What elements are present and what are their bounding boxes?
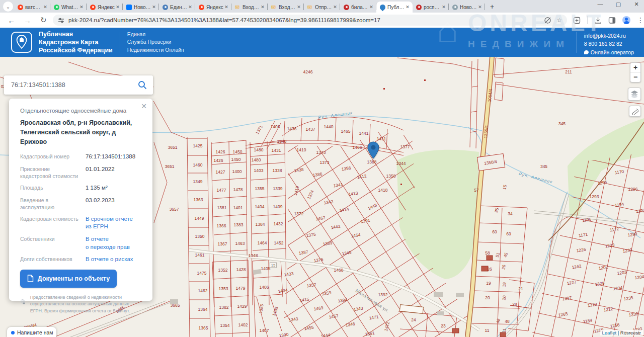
parcel-label[interactable]: 1382 [219,305,229,310]
parcel-label[interactable]: 1401 [233,205,243,210]
site-settings-icon[interactable] [58,17,64,24]
panel-close-icon[interactable]: ✕ [141,102,147,110]
bookmark-star-icon[interactable]: ☆ [556,17,562,24]
url-text[interactable]: pkk-2024.ru/?cadNumber=76%3A17%3A134501%… [68,17,544,23]
parcel-label[interactable]: 11 [501,328,507,333]
parcel-label[interactable]: 1390 [279,331,289,337]
tab-close-icon[interactable]: ✕ [42,5,48,10]
search-icon[interactable] [138,80,147,90]
parcel-label[interactable]: 1339 [273,186,283,191]
parcel-label[interactable]: 1364 [198,307,208,312]
parcel-label[interactable]: 21 [518,286,523,291]
parcel-label[interactable]: 1428 [236,267,246,272]
parcel-label[interactable]: 345 [540,164,547,169]
parcel-label[interactable]: 1381 [217,205,227,210]
parcel-label[interactable]: 1426 [216,149,225,154]
window-close-button[interactable]: ✕ [633,1,640,8]
browser-tab-11[interactable]: роспотре✕ [413,2,449,13]
parcel-label[interactable]: 1353 [219,286,228,291]
browser-tab-5[interactable]: Яндекс✕ [195,2,231,13]
parcel-label[interactable]: 1436 [287,126,297,131]
parcel-label[interactable]: 1367 [218,241,227,246]
parcel-label[interactable]: 48 [505,319,509,324]
browser-tab-6[interactable]: ✉Входящи✕ [231,2,268,13]
rosreestr-link[interactable]: Rosreestr [620,330,641,335]
parcel-label[interactable]: 1392 [378,292,388,297]
row-value-link[interactable]: В отчете о переходе прав [86,235,141,251]
parcel-label[interactable]: 1477 [217,188,226,193]
parcel-label[interactable]: 1355 [255,186,265,191]
parcel-label[interactable]: 1377 [400,144,410,149]
parcel-label[interactable]: 1425 [193,143,203,148]
parcel-label[interactable]: 1384 [256,222,265,227]
parcel-label[interactable]: 1478 [233,187,243,192]
forward-button[interactable]: → [23,16,32,25]
tab-close-icon[interactable]: ✕ [260,5,266,10]
parcel-label[interactable]: 1426 [214,158,223,163]
window-restore-button[interactable]: ▢ [615,1,622,8]
parcel-label[interactable]: 1463 [235,241,245,246]
parcel-label[interactable]: 1466 [353,145,362,150]
parcel-label[interactable]: 1450 [233,149,243,154]
parcel-label[interactable]: 26 [487,267,492,272]
parcel-label[interactable]: 1400 [232,169,242,174]
parcel-label[interactable]: 1437 [306,127,315,132]
parcel-label[interactable]: 1405 [261,266,271,271]
profile-avatar[interactable] [622,16,630,24]
parcel-label[interactable]: 1410 [297,147,306,152]
parcel-label[interactable]: 20 [501,295,507,300]
parcel-label[interactable]: 15 [502,184,507,190]
parcel-label[interactable]: 1432 [274,221,283,226]
parcel-label[interactable]: 1366 [217,223,226,228]
parcel-label[interactable]: 1365 [199,325,208,330]
parcel-label[interactable]: 1465 [341,129,351,134]
parcel-label[interactable]: 1479 [236,286,246,291]
vpn-disabled-icon[interactable] [544,17,551,24]
parcel-label[interactable]: 1464 [258,240,267,245]
parcel-label[interactable]: 345 [558,121,566,126]
parcel-label[interactable]: 19 [501,282,507,287]
parcel-label[interactable]: 1480 [254,147,264,152]
tab-close-icon[interactable]: ✕ [368,5,374,10]
parcel-label[interactable]: 1441 [359,131,369,136]
parcel-label[interactable]: 23 [441,323,445,328]
tab-close-icon[interactable]: ✕ [332,5,338,10]
tab-close-icon[interactable]: ✕ [296,5,302,10]
browser-tab-12[interactable]: Новости✕ [449,2,485,13]
parcel-label[interactable]: 1460 [193,162,203,167]
map-canvas[interactable]: 02/24246Руч. АлешникРуч. Алешник13711408… [0,57,644,337]
parcel-label[interactable]: 1363 [194,197,203,202]
parcel-label[interactable]: 1411 [377,136,386,141]
browser-tab-7[interactable]: ✉Входящи✕ [268,2,304,13]
parcel-label[interactable]: 20 [485,295,490,300]
parcel-label[interactable]: 1402 [238,322,248,327]
parcel-label[interactable]: 1352 [218,268,228,273]
back-button[interactable]: ← [7,16,16,25]
browser-tab-0[interactable]: ватсап ве✕ [14,2,50,13]
parcel-label[interactable]: 1418 [378,188,388,193]
tab-close-icon[interactable]: ✕ [187,5,193,10]
parcel-label[interactable]: 1348 [249,253,258,258]
parcel-label[interactable]: 1461 [195,252,205,258]
parcel-label[interactable]: 211 [565,69,572,74]
parcel-label[interactable]: 1348 [277,139,287,144]
parcel-label[interactable]: 1373 [316,150,326,155]
tab-close-icon[interactable]: ✕ [223,5,229,10]
parcel-label[interactable]: 1293 [590,194,599,199]
parcel-label[interactable]: 58 [485,250,490,256]
parcel-label[interactable]: 11 [485,328,490,333]
parcel-label[interactable]: 34 [508,211,512,216]
parcel-label[interactable]: 1354 [220,323,230,328]
parcel-label[interactable]: 1358 [386,174,396,179]
parcel-label[interactable]: 57 [474,188,478,193]
parcel-label[interactable]: 4246 [303,69,313,74]
parcel-label[interactable]: 1388 [367,159,377,164]
browser-tab-4[interactable]: Единая ц✕ [159,2,195,13]
browser-tab-9[interactable]: билаб ка✕ [340,2,376,13]
parcel-label[interactable]: 3651 [168,145,178,150]
chat-widget[interactable]: Напишите нам [7,327,56,337]
parcel-label[interactable]: 1475 [197,271,207,276]
parcel-label[interactable]: 3665 [171,303,180,308]
parcel-label[interactable]: 1296 [628,187,638,192]
browser-tab-8[interactable]: ✉Отправле✕ [304,2,340,13]
